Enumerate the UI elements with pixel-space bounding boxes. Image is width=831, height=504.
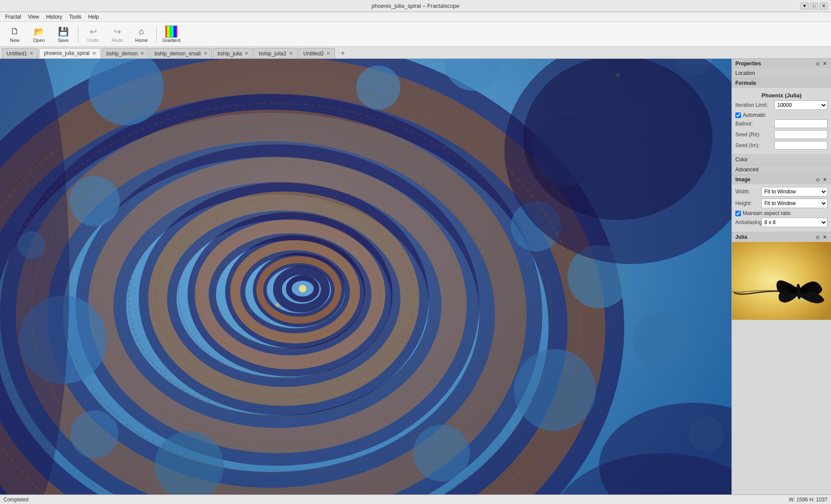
- new-icon: 🗋: [9, 26, 21, 38]
- maximize-button[interactable]: □: [810, 3, 818, 10]
- menu-fractal[interactable]: Fractal: [2, 13, 25, 21]
- tab-untitled1[interactable]: Untitled1 ✕: [2, 48, 38, 58]
- julia-section: Julia ◇ ✕: [732, 232, 831, 320]
- julia-close-btn[interactable]: ✕: [822, 234, 828, 240]
- tab-bship-julia2[interactable]: bship_julia2 ✕: [254, 48, 297, 58]
- tab-bship-julia[interactable]: bship_julia ✕: [213, 48, 254, 58]
- minimize-button[interactable]: ▼: [801, 3, 808, 10]
- svg-point-30: [71, 410, 119, 458]
- tab-add-button[interactable]: +: [338, 48, 348, 58]
- toolbar: 🗋 New 📂 Open 💾 Save ↩ Undo ↪ Redo ⌂ Home…: [0, 22, 831, 47]
- app-title: phoenix_julia_spiral – Fractalscope: [371, 3, 459, 9]
- seed-re-row: Seed (Re): -0.19208: [735, 130, 828, 139]
- svg-point-36: [299, 285, 306, 292]
- tab-bship-demon[interactable]: bship_demon ✕: [102, 48, 149, 58]
- svg-point-45: [523, 59, 712, 220]
- julia-header: Julia ◇ ✕: [732, 232, 831, 242]
- location-section[interactable]: Location: [732, 68, 831, 78]
- menubar: Fractal View History Tools Help: [0, 12, 831, 22]
- width-select[interactable]: Fit to Window 800 1024 1280 1920: [761, 187, 828, 196]
- width-label: Width:: [735, 189, 761, 195]
- image-expand-btn[interactable]: ◇: [815, 177, 820, 183]
- julia-expand-btn[interactable]: ◇: [815, 234, 820, 240]
- image-section: Image ◇ ✕ Width: Fit to Window 800 1024 …: [732, 175, 831, 232]
- seed-im-label: Seed (Im):: [735, 142, 774, 148]
- redo-icon: ↪: [111, 26, 123, 38]
- svg-point-29: [634, 311, 690, 368]
- color-section[interactable]: Color: [732, 155, 831, 165]
- menu-tools[interactable]: Tools: [66, 13, 85, 21]
- seed-im-row: Seed (Im): -0.03346: [735, 141, 828, 150]
- julia-preview[interactable]: [732, 242, 831, 320]
- automatic-checkbox[interactable]: [735, 112, 741, 118]
- formula-section: Formula Phoenix (Julia) Iteration Limit:…: [732, 78, 831, 155]
- advanced-section[interactable]: Advanced: [732, 165, 831, 175]
- antialiasing-row: Antialiasing 8 x 8 None 2 x 2 4 x 4: [735, 218, 828, 227]
- svg-point-37: [276, 303, 280, 307]
- image-close-btn[interactable]: ✕: [822, 177, 828, 183]
- close-button[interactable]: ✕: [820, 3, 828, 10]
- seed-im-input[interactable]: -0.03346: [774, 141, 828, 150]
- image-header-controls: ◇ ✕: [815, 177, 828, 183]
- save-icon: 💾: [57, 26, 69, 38]
- bailout-label: Bailout:: [735, 121, 774, 127]
- tab-close-bship-demon-small[interactable]: ✕: [203, 51, 207, 56]
- home-icon: ⌂: [135, 26, 148, 38]
- new-button[interactable]: 🗋 New: [3, 24, 26, 45]
- tab-close-untitled2[interactable]: ✕: [326, 51, 330, 56]
- bailout-input[interactable]: 1e+20: [774, 119, 828, 128]
- tab-phoenix-julia-spiral[interactable]: phoenix_julia_spiral ✕: [39, 48, 100, 58]
- properties-header-controls: ◇ ✕: [815, 61, 828, 67]
- main-content: Properties ◇ ✕ Location Formula Phoenix …: [0, 59, 831, 494]
- tab-close-untitled1[interactable]: ✕: [29, 51, 33, 56]
- tab-bship-demon-small[interactable]: bship_demon_small ✕: [150, 48, 212, 58]
- maintain-aspect-row: Maintain aspect ratio: [735, 210, 828, 216]
- julia-header-controls: ◇ ✕: [815, 234, 828, 240]
- status-left: Completed: [3, 497, 29, 503]
- svg-point-21: [514, 349, 596, 431]
- tab-close-bship-julia[interactable]: ✕: [245, 51, 248, 56]
- automatic-row: Automatic: [735, 112, 828, 118]
- antialiasing-select[interactable]: 8 x 8 None 2 x 2 4 x 4: [761, 218, 828, 227]
- redo-button[interactable]: ↪ Redo: [106, 24, 129, 45]
- fractal-canvas-area[interactable]: [0, 59, 731, 494]
- gradient-button[interactable]: Gradient: [160, 24, 183, 45]
- undo-button[interactable]: ↩ Undo: [82, 24, 104, 45]
- open-icon: 📂: [33, 26, 45, 38]
- maintain-aspect-checkbox[interactable]: [735, 211, 741, 216]
- tab-bar: Untitled1 ✕ phoenix_julia_spiral ✕ bship…: [0, 47, 831, 59]
- properties-expand-btn[interactable]: ◇: [815, 61, 820, 67]
- window-controls: ▼ □ ✕: [801, 3, 828, 10]
- save-button[interactable]: 💾 Save: [52, 24, 74, 45]
- tab-close-bship-julia2[interactable]: ✕: [289, 51, 293, 56]
- formula-content: Phoenix (Julia) Iteration Limit: 10000 1…: [732, 88, 831, 154]
- tab-close-phoenix[interactable]: ✕: [92, 51, 96, 56]
- seed-re-input[interactable]: -0.19208: [774, 130, 828, 139]
- formula-header: Formula: [732, 78, 831, 88]
- svg-point-22: [413, 425, 470, 482]
- height-row: Height: Fit to Window 600 768 1024 1080: [735, 199, 828, 208]
- svg-point-26: [356, 65, 400, 109]
- tab-untitled2[interactable]: Untitled2 ✕: [299, 48, 335, 58]
- svg-point-47: [0, 59, 69, 494]
- height-select[interactable]: Fit to Window 600 768 1024 1080: [761, 199, 828, 208]
- toolbar-separator-1: [78, 26, 78, 43]
- properties-close-btn[interactable]: ✕: [822, 61, 828, 67]
- menu-help[interactable]: Help: [85, 13, 103, 21]
- fractal-image: [0, 59, 731, 494]
- undo-icon: ↩: [87, 26, 99, 38]
- menu-view[interactable]: View: [25, 13, 43, 21]
- properties-header: Properties ◇ ✕: [732, 59, 831, 68]
- home-button[interactable]: ⌂ Home: [130, 24, 153, 45]
- julia-preview-svg: [732, 242, 831, 320]
- bailout-row: Bailout: 1e+20: [735, 119, 828, 128]
- properties-panel: Properties ◇ ✕ Location Formula Phoenix …: [731, 59, 831, 494]
- tab-close-bship-demon[interactable]: ✕: [140, 51, 144, 56]
- height-label: Height:: [735, 200, 761, 206]
- image-content: Width: Fit to Window 800 1024 1280 1920 …: [732, 184, 831, 232]
- open-button[interactable]: 📂 Open: [28, 24, 50, 45]
- toolbar-separator-2: [156, 26, 157, 43]
- antialiasing-label: Antialiasing: [735, 219, 761, 225]
- menu-history[interactable]: History: [42, 13, 65, 21]
- iteration-limit-select[interactable]: 10000 1000 5000 50000: [774, 100, 828, 110]
